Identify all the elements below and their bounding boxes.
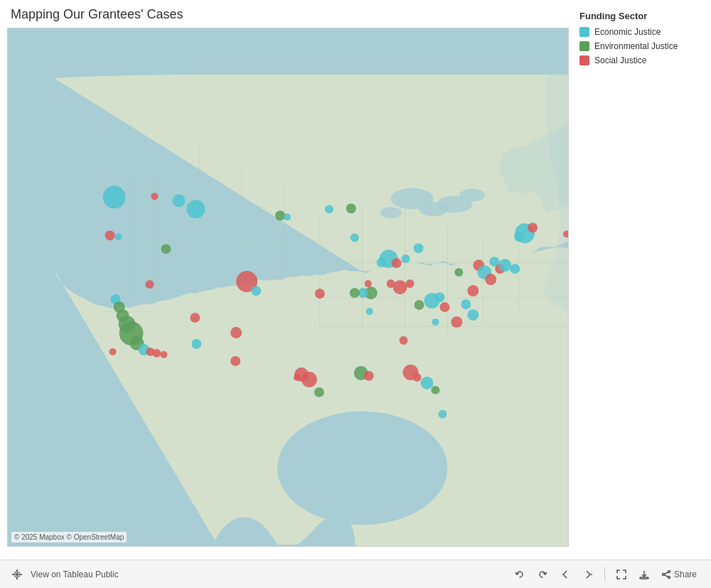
svg-point-89 bbox=[315, 289, 325, 299]
svg-point-113 bbox=[668, 576, 670, 578]
tableau-icon bbox=[11, 568, 23, 581]
page-container: Mapping Our Grantees' Cases bbox=[0, 0, 711, 588]
svg-point-82 bbox=[251, 286, 261, 296]
svg-point-7 bbox=[459, 188, 485, 201]
svg-point-88 bbox=[350, 288, 360, 298]
legend-items: Economic Justice Environmental Justice S… bbox=[579, 27, 704, 65]
share-label: Share bbox=[674, 570, 697, 579]
legend-item-economic: Economic Justice bbox=[579, 27, 704, 37]
main-content: Mapping Our Grantees' Cases bbox=[0, 0, 711, 560]
svg-point-40 bbox=[402, 255, 410, 263]
svg-point-34 bbox=[325, 205, 333, 213]
share-button[interactable]: Share bbox=[658, 567, 700, 582]
svg-point-80 bbox=[109, 348, 117, 356]
environmental-label: Environmental Justice bbox=[594, 41, 678, 51]
svg-point-111 bbox=[668, 570, 670, 572]
map-wrapper[interactable]: © 2025 Mapbox © OpenStreetMap bbox=[7, 28, 569, 547]
svg-point-47 bbox=[485, 274, 496, 285]
legend-item-environmental: Environmental Justice bbox=[579, 41, 704, 51]
svg-point-83 bbox=[230, 356, 240, 366]
svg-point-79 bbox=[160, 351, 167, 358]
svg-point-57 bbox=[461, 299, 471, 309]
svg-point-61 bbox=[400, 336, 408, 345]
undo-button[interactable] bbox=[510, 567, 529, 582]
svg-rect-110 bbox=[640, 577, 648, 579]
view-on-tableau-link[interactable]: View on Tableau Public bbox=[31, 570, 119, 579]
svg-point-67 bbox=[190, 313, 200, 323]
svg-line-115 bbox=[664, 574, 668, 577]
svg-point-42 bbox=[434, 292, 444, 302]
svg-point-64 bbox=[314, 387, 324, 397]
environmental-swatch bbox=[579, 41, 589, 51]
svg-point-32 bbox=[275, 210, 285, 220]
svg-point-102 bbox=[415, 300, 424, 310]
social-swatch bbox=[579, 55, 589, 65]
svg-point-100 bbox=[364, 371, 374, 381]
map-svg bbox=[8, 28, 568, 546]
svg-point-65 bbox=[294, 374, 301, 381]
svg-point-33 bbox=[161, 244, 171, 254]
svg-point-43 bbox=[439, 302, 449, 312]
back-button[interactable] bbox=[556, 567, 574, 582]
svg-point-91 bbox=[393, 280, 407, 294]
legend-section: Funding Sector Economic Justice Environm… bbox=[569, 7, 704, 560]
redo-button[interactable] bbox=[533, 567, 552, 582]
forward-button[interactable] bbox=[579, 567, 597, 582]
svg-point-51 bbox=[510, 264, 520, 274]
legend-title: Funding Sector bbox=[579, 11, 704, 21]
svg-point-54 bbox=[528, 223, 538, 232]
economic-label: Economic Justice bbox=[594, 27, 661, 37]
svg-point-35 bbox=[346, 203, 356, 213]
svg-point-29 bbox=[186, 200, 205, 218]
social-label: Social Justice bbox=[594, 55, 646, 65]
svg-point-44 bbox=[414, 243, 424, 253]
svg-point-84 bbox=[366, 308, 373, 315]
svg-point-28 bbox=[172, 194, 185, 207]
copyright-text: © 2025 Mapbox © OpenStreetMap bbox=[11, 532, 127, 542]
svg-point-93 bbox=[467, 285, 479, 296]
svg-point-92 bbox=[406, 279, 415, 288]
svg-line-114 bbox=[664, 572, 668, 574]
svg-point-97 bbox=[431, 386, 439, 395]
svg-point-68 bbox=[191, 339, 201, 349]
svg-point-58 bbox=[467, 309, 479, 321]
svg-point-78 bbox=[152, 349, 161, 358]
svg-point-85 bbox=[365, 280, 372, 287]
footer-bar: View on Tableau Public bbox=[0, 560, 711, 588]
svg-point-50 bbox=[498, 259, 511, 272]
svg-point-96 bbox=[421, 377, 434, 390]
svg-point-8 bbox=[277, 412, 447, 525]
svg-point-59 bbox=[451, 316, 462, 328]
chart-title: Mapping Our Grantees' Cases bbox=[7, 7, 569, 22]
svg-rect-104 bbox=[12, 574, 22, 575]
svg-point-98 bbox=[438, 410, 447, 419]
svg-point-66 bbox=[230, 327, 242, 338]
svg-point-26 bbox=[103, 186, 126, 208]
svg-point-95 bbox=[413, 373, 422, 382]
svg-point-63 bbox=[301, 372, 317, 387]
svg-point-69 bbox=[146, 280, 154, 289]
footer-controls: Share bbox=[510, 567, 700, 582]
svg-rect-107 bbox=[14, 572, 20, 573]
map-section: Mapping Our Grantees' Cases bbox=[7, 7, 569, 560]
svg-rect-108 bbox=[14, 576, 20, 577]
svg-point-101 bbox=[284, 213, 291, 220]
fullscreen-button[interactable] bbox=[612, 567, 631, 582]
economic-swatch bbox=[579, 27, 589, 37]
svg-point-31 bbox=[115, 233, 122, 240]
svg-point-36 bbox=[351, 233, 359, 242]
svg-point-30 bbox=[105, 230, 115, 240]
download-button[interactable] bbox=[635, 567, 653, 582]
svg-point-60 bbox=[432, 319, 439, 326]
svg-point-87 bbox=[358, 288, 368, 298]
svg-point-56 bbox=[454, 268, 463, 277]
legend-item-social: Social Justice bbox=[579, 55, 704, 65]
footer-divider bbox=[604, 567, 605, 582]
svg-point-27 bbox=[151, 193, 158, 200]
svg-point-4 bbox=[380, 207, 402, 218]
svg-point-39 bbox=[392, 258, 402, 268]
svg-point-112 bbox=[662, 573, 664, 575]
